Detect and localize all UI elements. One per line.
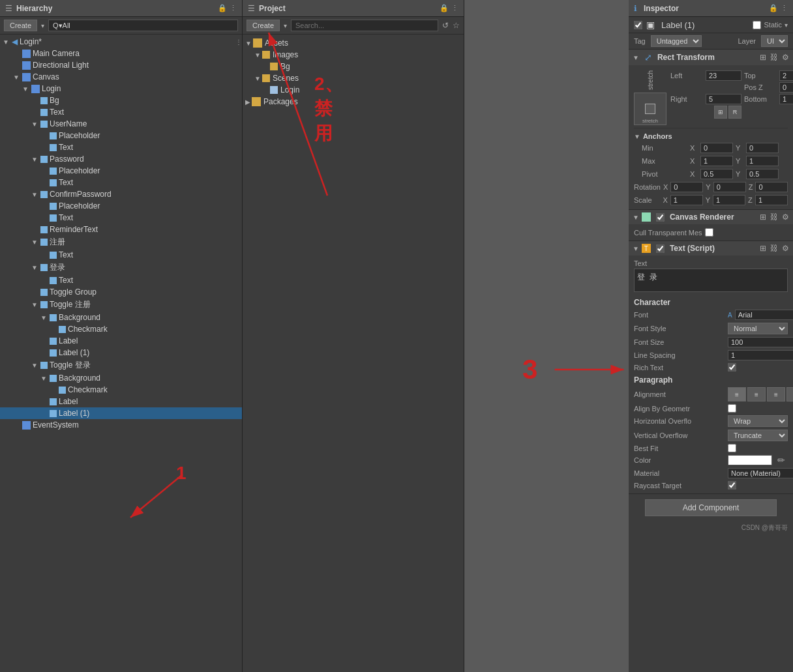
- ts-rect-icon[interactable]: ⊞: [760, 244, 766, 253]
- line-spacing-field[interactable]: [728, 350, 793, 360]
- static-dropdown-icon[interactable]: ▾: [785, 22, 788, 29]
- text-script-header[interactable]: ▼ T Text (Script) ⊞ ⛓ ⚙: [629, 241, 793, 256]
- hierarchy-search-input[interactable]: [48, 20, 238, 31]
- hierarchy-create-button[interactable]: Create: [4, 20, 37, 31]
- rt-cog-icon[interactable]: ⚙: [782, 53, 789, 62]
- hierarchy-item-cp-text[interactable]: ▶ Text: [0, 212, 242, 224]
- top-field[interactable]: [779, 70, 793, 81]
- hierarchy-item-dir-light[interactable]: ▶ Directional Light: [0, 59, 242, 71]
- project-images-folder[interactable]: ▼ Images: [243, 49, 464, 61]
- inspector-lock-icon[interactable]: 🔒: [769, 4, 778, 12]
- scene-menu-icon[interactable]: ⋮: [235, 38, 242, 46]
- hierarchy-item-td-checkmark[interactable]: ▶ Checkmark: [0, 384, 242, 396]
- scene-root-item[interactable]: ▼ ◀ Login* ⋮: [0, 36, 242, 48]
- v-overflow-dropdown[interactable]: Truncate: [728, 430, 788, 441]
- scale-x-field[interactable]: [670, 195, 703, 205]
- hierarchy-item-toggle-group[interactable]: ▶ Toggle Group: [0, 286, 242, 298]
- project-star-icon[interactable]: ☆: [453, 21, 460, 30]
- project-assets-folder[interactable]: ▼ Assets: [243, 37, 464, 49]
- obj-active-checkbox[interactable]: [634, 21, 642, 29]
- canvas-renderer-header[interactable]: ▼ Canvas Renderer ⊞ ⛓ ⚙: [629, 210, 793, 224]
- text-field-textarea[interactable]: 登 录: [634, 269, 788, 292]
- hierarchy-item-pw-text[interactable]: ▶ Text: [0, 177, 242, 188]
- align-left-button[interactable]: ≡: [728, 387, 746, 402]
- project-bg-folder[interactable]: ▶ Bg: [243, 61, 464, 72]
- hierarchy-item-toggle-denglu[interactable]: ▼ Toggle 登录: [0, 358, 242, 372]
- rt-rect-icon[interactable]: ⊞: [760, 53, 766, 62]
- text-script-enable[interactable]: [656, 244, 665, 253]
- hierarchy-item-cp-placeholder[interactable]: ▶ Placeholder: [0, 200, 242, 212]
- cr-rect-icon[interactable]: ⊞: [760, 212, 766, 222]
- project-packages-folder[interactable]: ▶ Packages: [243, 96, 464, 108]
- layer-dropdown[interactable]: UI: [761, 35, 788, 47]
- rot-x-field[interactable]: [670, 182, 703, 192]
- project-scenes-folder[interactable]: ▼ Scenes: [243, 72, 464, 84]
- rot-y-field[interactable]: [713, 182, 746, 192]
- static-checkbox[interactable]: [753, 21, 761, 29]
- project-login-scene[interactable]: ▶ Login: [243, 84, 464, 96]
- hierarchy-lock-icon[interactable]: 🔒: [218, 4, 227, 12]
- rot-z-field[interactable]: [755, 182, 788, 192]
- rt-btn-1[interactable]: ⊞: [714, 106, 727, 119]
- rt-link-icon[interactable]: ⛓: [770, 53, 778, 62]
- hierarchy-item-bg[interactable]: ▶ Bg: [0, 95, 242, 106]
- hierarchy-item-pw-placeholder[interactable]: ▶ Placeholder: [0, 165, 242, 177]
- project-search-input[interactable]: [291, 20, 438, 31]
- add-component-button[interactable]: Add Component: [645, 499, 777, 516]
- hierarchy-item-td-background[interactable]: ▼ Background: [0, 372, 242, 384]
- pivot-x-field[interactable]: [700, 169, 733, 179]
- hierarchy-item-remindertext[interactable]: ▶ ReminderText: [0, 224, 242, 235]
- material-field[interactable]: [728, 468, 793, 478]
- posz-field[interactable]: [779, 82, 793, 93]
- project-lock-icon[interactable]: 🔒: [440, 4, 449, 12]
- tag-dropdown[interactable]: Untagged: [651, 35, 702, 47]
- best-fit-checkbox[interactable]: [728, 444, 736, 452]
- hierarchy-item-eventsystem[interactable]: ▶ EventSystem: [0, 419, 242, 431]
- h-overflow-dropdown[interactable]: Wrap: [728, 415, 788, 427]
- hierarchy-item-zhuce[interactable]: ▼ 注册: [0, 235, 242, 249]
- left-field[interactable]: [706, 70, 741, 81]
- color-edit-button[interactable]: ✏: [775, 455, 788, 465]
- max-y-field[interactable]: [746, 156, 779, 166]
- cull-checkbox[interactable]: [705, 228, 713, 237]
- scale-y-field[interactable]: [713, 195, 745, 205]
- min-x-field[interactable]: [700, 143, 733, 153]
- anchor-preset-box[interactable]: stretch: [634, 93, 666, 125]
- rt-btn-2[interactable]: R: [728, 106, 741, 119]
- hierarchy-item-td-label1[interactable]: ▶ Label (1): [0, 407, 242, 419]
- font-size-field[interactable]: [728, 337, 793, 347]
- hierarchy-item-toggle-zhuce[interactable]: ▼ Toggle 注册: [0, 298, 242, 312]
- hierarchy-item-tz-label[interactable]: ▶ Label: [0, 335, 242, 347]
- hierarchy-item-denglu-text[interactable]: ▶ Text: [0, 274, 242, 286]
- align-center-button[interactable]: ≡: [747, 387, 766, 402]
- inspector-more-icon[interactable]: ⋮: [781, 4, 788, 12]
- ts-cog-icon[interactable]: ⚙: [782, 244, 789, 253]
- bottom-field[interactable]: [779, 94, 793, 104]
- color-field[interactable]: [728, 455, 772, 465]
- right-field[interactable]: [706, 94, 741, 104]
- max-x-field[interactable]: [700, 156, 733, 166]
- hierarchy-item-password[interactable]: ▼ Password: [0, 153, 242, 165]
- anchors-row[interactable]: ▼ Anchors: [634, 131, 788, 141]
- cr-cog-icon[interactable]: ⚙: [782, 212, 789, 222]
- hierarchy-item-login[interactable]: ▼ Login: [0, 83, 242, 95]
- hierarchy-item-denglu[interactable]: ▼ 登录: [0, 261, 242, 274]
- scale-z-field[interactable]: [755, 195, 788, 205]
- hierarchy-item-tz-background[interactable]: ▼ Background: [0, 312, 242, 323]
- hierarchy-item-main-camera[interactable]: ▶ Main Camera: [0, 48, 242, 59]
- project-create-button[interactable]: Create: [247, 20, 280, 31]
- font-field[interactable]: [735, 310, 793, 320]
- project-refresh-icon[interactable]: ↺: [442, 21, 449, 30]
- hierarchy-item-username[interactable]: ▼ UserName: [0, 118, 242, 130]
- hierarchy-item-tz-label1[interactable]: ▶ Label (1): [0, 347, 242, 358]
- hierarchy-item-confirmpassword[interactable]: ▼ ConfirmPassword: [0, 188, 242, 200]
- hierarchy-item-un-text[interactable]: ▶ Text: [0, 141, 242, 153]
- align-right-button[interactable]: ≡: [767, 387, 785, 402]
- hierarchy-item-canvas[interactable]: ▼ Canvas: [0, 71, 242, 83]
- cr-link-icon[interactable]: ⛓: [770, 212, 778, 222]
- font-style-dropdown[interactable]: Normal: [728, 323, 788, 334]
- ts-link-icon[interactable]: ⛓: [770, 244, 778, 253]
- hierarchy-item-zhuce-text[interactable]: ▶ Text: [0, 249, 242, 261]
- hierarchy-item-tz-checkmark[interactable]: ▶ Checkmark: [0, 323, 242, 335]
- canvas-renderer-enable[interactable]: [656, 213, 665, 222]
